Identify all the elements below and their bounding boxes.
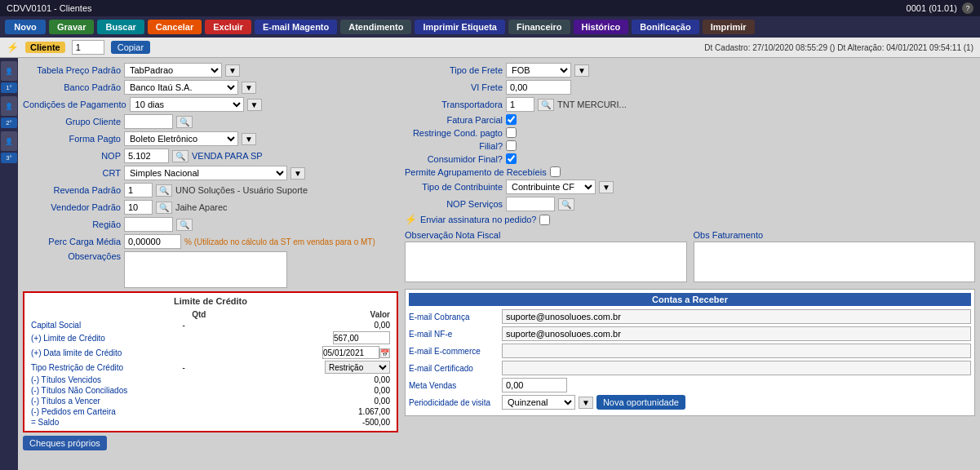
contas-panel: Contas a Receber E-mail Cobrança E-mail … — [405, 289, 975, 416]
form-col-left: Tabela Preço Padrão TabPadrao ▼ Banco Pa… — [23, 63, 398, 450]
help-icon[interactable]: ? — [962, 2, 973, 14]
forma-pagto-select[interactable]: Boleto Eletrônico — [124, 131, 238, 146]
revenda-search[interactable]: 🔍 — [156, 184, 172, 197]
banco-row: Banco Padrão Banco Itaú S.A. ▼ — [23, 80, 398, 95]
email-cobranca-input[interactable] — [502, 309, 971, 324]
sidebar-section-2[interactable]: 2° — [1, 118, 17, 128]
atendimento-button[interactable]: Atendimento — [340, 20, 411, 34]
sidebar-icon-1[interactable]: 👤 — [1, 61, 17, 81]
regiao-search[interactable]: 🔍 — [176, 219, 193, 231]
tipo-contribuinte-row: Tipo de Contribuinte Contribuinte CF ▼ — [405, 180, 975, 194]
tabela-preco-select[interactable]: TabPadrao — [124, 63, 222, 78]
crt-row: CRT Simples Nacional ▼ — [23, 166, 398, 180]
gravar-button[interactable]: Gravar — [49, 20, 94, 34]
tipo-frete-search[interactable]: ▼ — [574, 64, 589, 77]
transportadora-search[interactable]: 🔍 — [538, 99, 554, 111]
sidebar-section-3[interactable]: 3° — [1, 153, 17, 163]
sidebar-icon-2[interactable]: 👤 — [1, 96, 17, 116]
vi-frete-row: VI Frete — [405, 80, 975, 95]
tabela-preco-search[interactable]: ▼ — [225, 64, 240, 77]
tipo-restricao-select[interactable]: Restrição — [325, 361, 390, 374]
condicoes-select[interactable]: 10 dias — [130, 97, 244, 112]
cancelar-button[interactable]: Cancelar — [148, 20, 202, 34]
obs-nota-block: Observação Nota Fiscal — [405, 230, 687, 284]
vendedor-search[interactable]: 🔍 — [156, 202, 172, 214]
copy-button[interactable]: Copiar — [111, 41, 150, 54]
nop-label: NOP — [23, 151, 121, 161]
enviar-assinatura-checkbox[interactable] — [539, 215, 550, 225]
restringe-cond-label: Restringe Cond. pagto — [405, 128, 503, 138]
consumidor-checkbox[interactable] — [506, 153, 517, 164]
nop-servicos-search[interactable]: 🔍 — [558, 198, 574, 211]
tipo-contribuinte-select[interactable]: Contribuinte CF — [506, 180, 596, 194]
email-cobranca-row: E-mail Cobrança — [409, 309, 971, 324]
periodicidade-row: Periodicidade de visita Quinzenal ▼ Nova… — [409, 395, 971, 410]
buscar-button[interactable]: Buscar — [97, 20, 144, 34]
excluir-button[interactable]: Excluir — [205, 20, 251, 34]
sidebar-icon-3[interactable]: 👤 — [1, 131, 17, 151]
imprimir-button[interactable]: Imprimir — [703, 20, 755, 34]
periodicidade-select[interactable]: Quinzenal — [502, 395, 575, 410]
periodicidade-label: Periodicidade de visita — [409, 398, 499, 407]
limite-credito-input[interactable] — [333, 331, 390, 344]
vi-frete-input[interactable] — [506, 80, 571, 95]
regiao-row: Região 🔍 — [23, 217, 398, 232]
client-number-input[interactable] — [72, 40, 104, 55]
toolbar: Novo Gravar Buscar Cancelar Excluir E-ma… — [0, 16, 980, 38]
vendedor-input[interactable] — [124, 200, 153, 215]
filial-label: Filial? — [405, 141, 503, 151]
nop-servicos-row: NOP Serviços 🔍 — [405, 197, 975, 211]
banco-select[interactable]: Banco Itaú S.A. — [124, 80, 238, 95]
obs-textarea[interactable] — [124, 251, 287, 288]
grupo-search[interactable]: 🔍 — [176, 116, 193, 128]
perc-input[interactable] — [124, 234, 181, 249]
nop-servicos-input[interactable] — [506, 197, 555, 211]
obs-nota-textarea[interactable] — [405, 242, 687, 282]
cheques-proprios-button[interactable]: Cheques próprios — [23, 436, 107, 450]
crt-select[interactable]: Simples Nacional — [124, 166, 287, 180]
email-magento-button[interactable]: E-mail Magento — [255, 20, 337, 34]
nop-search[interactable]: 🔍 — [172, 150, 188, 162]
condicoes-row: Condições de Pagamento 10 dias ▼ — [23, 97, 398, 112]
financeiro-button[interactable]: Financeiro — [508, 20, 570, 34]
form-columns: Tabela Preço Padrão TabPadrao ▼ Banco Pa… — [23, 63, 975, 450]
email-nfe-input[interactable] — [502, 326, 971, 341]
periodicidade-search[interactable]: ▼ — [579, 397, 593, 409]
restringe-cond-checkbox[interactable] — [506, 127, 517, 138]
forma-pagto-label: Forma Pagto — [23, 134, 121, 144]
banco-label: Banco Padrão — [23, 82, 121, 92]
obs-label: Observações — [23, 251, 121, 261]
email-certificado-input[interactable] — [502, 361, 971, 375]
filial-checkbox[interactable] — [506, 140, 517, 151]
tipo-contribuinte-search[interactable]: ▼ — [599, 181, 614, 193]
banco-search[interactable]: ▼ — [242, 82, 256, 94]
nop-input[interactable] — [124, 149, 169, 163]
transportadora-input[interactable] — [506, 97, 534, 112]
email-ecommerce-input[interactable] — [502, 344, 971, 358]
regiao-input[interactable] — [124, 217, 173, 232]
consumidor-label: Consumidor Final? — [405, 154, 503, 164]
condicoes-search[interactable]: ▼ — [247, 99, 262, 111]
data-limite-calendar-btn[interactable]: 📅 — [379, 348, 390, 358]
sidebar-section-1[interactable]: 1° — [1, 82, 17, 93]
obs-faturamento-textarea[interactable] — [694, 242, 976, 282]
email-certificado-label: E-mail Certificado — [409, 364, 499, 373]
historico-button[interactable]: Histórico — [574, 20, 629, 34]
obs-faturamento-block: Obs Faturamento — [694, 230, 976, 284]
imprimir-etiqueta-button[interactable]: Imprimir Etiqueta — [415, 20, 504, 34]
enviar-assinatura-row: ⚡ Enviar assinatura no pedido? — [405, 214, 975, 225]
perc-label: Perc Carga Média — [23, 237, 121, 246]
grupo-input[interactable] — [124, 114, 173, 129]
revenda-input[interactable] — [124, 183, 153, 197]
novo-button[interactable]: Novo — [5, 20, 46, 34]
fatura-parcial-checkbox[interactable] — [506, 114, 517, 125]
crt-search[interactable]: ▼ — [290, 167, 305, 180]
permite-checkbox[interactable] — [550, 166, 561, 177]
credit-table: Qtd Valor Capital Social-0,00(+) Limite … — [28, 309, 393, 428]
nova-oportunidade-button[interactable]: Nova oportunidade — [596, 395, 685, 410]
data-limite-credito-input[interactable] — [322, 346, 379, 359]
forma-pagto-search[interactable]: ▼ — [242, 133, 256, 145]
bonificacao-button[interactable]: Bonificação — [632, 20, 698, 34]
tipo-frete-select[interactable]: FOB — [506, 63, 571, 78]
meta-vendas-input[interactable] — [502, 378, 567, 392]
